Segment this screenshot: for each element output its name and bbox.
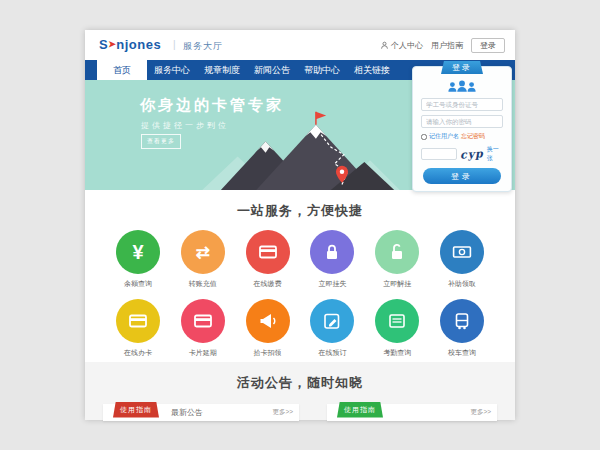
login-panel: 登录 记住用户名 忘记密码 xyxy=(412,66,512,192)
service-unfreeze[interactable]: 立即解挂 xyxy=(368,230,426,289)
service-transfer[interactable]: ⇄ 转账充值 xyxy=(174,230,232,289)
guide-tab-green[interactable]: 使用指南 xyxy=(337,402,383,418)
nav-item-links[interactable]: 相关链接 xyxy=(347,60,397,80)
list-icon[interactable] xyxy=(375,299,419,343)
site-tagline: 服务大厅 xyxy=(183,40,223,53)
site-card: S➤njones | 服务大厅 个人中心 用户指南 登录 首页 服务中心 规章制… xyxy=(85,30,515,420)
captcha-row: cyp 换一张 xyxy=(421,145,503,163)
announcements-title: 活动公告，随时知晓 xyxy=(85,374,515,392)
login-form: 记住用户名 忘记密码 cyp 换一张 登录 xyxy=(413,75,511,191)
service-apply-card[interactable]: 在线办卡 xyxy=(109,299,167,358)
card-icon[interactable] xyxy=(181,299,225,343)
edit-icon[interactable] xyxy=(310,299,354,343)
service-attendance[interactable]: 考勤查询 xyxy=(368,299,426,358)
announcements-section: 活动公告，随时知晓 使用指南 最新公告 更多>> 使用指南 更多>> xyxy=(85,362,515,420)
yen-icon[interactable]: ¥ xyxy=(116,230,160,274)
nav-item-rules[interactable]: 规章制度 xyxy=(197,60,247,80)
user-icon xyxy=(380,41,389,50)
captcha-image[interactable]: cyp xyxy=(460,147,485,162)
service-pay-online[interactable]: 在线缴费 xyxy=(239,230,297,289)
card-icon[interactable] xyxy=(116,299,160,343)
latest-news-tab[interactable]: 最新公告 xyxy=(171,407,203,418)
banknote-icon[interactable] xyxy=(440,230,484,274)
logo-text-rest: njones xyxy=(116,37,161,52)
lock-icon[interactable] xyxy=(310,230,354,274)
service-card-renewal[interactable]: 卡片延期 xyxy=(174,299,232,358)
card-icon[interactable] xyxy=(246,230,290,274)
megaphone-icon[interactable] xyxy=(246,299,290,343)
remember-label: 记住用户名 xyxy=(429,132,459,141)
bus-icon[interactable] xyxy=(440,299,484,343)
remember-checkbox[interactable] xyxy=(421,134,427,140)
transfer-arrows-icon[interactable]: ⇄ xyxy=(181,230,225,274)
announcement-panel-left: 使用指南 最新公告 更多>> xyxy=(103,404,299,421)
login-submit-button[interactable]: 登录 xyxy=(423,168,501,184)
unlock-icon[interactable] xyxy=(375,230,419,274)
service-online-booking[interactable]: 在线预订 xyxy=(303,299,361,358)
more-link-right[interactable]: 更多>> xyxy=(470,408,491,417)
nav-item-service-center[interactable]: 服务中心 xyxy=(147,60,197,80)
announcement-panel-right: 使用指南 更多>> xyxy=(327,404,497,421)
captcha-input[interactable] xyxy=(421,148,457,160)
services-section: 一站服务，方便快捷 ¥ 余额查询 ⇄ 转账充值 在线缴费 立即挂失 xyxy=(85,190,515,362)
header-actions: 个人中心 用户指南 登录 xyxy=(380,38,505,53)
page: S➤njones | 服务大厅 个人中心 用户指南 登录 首页 服务中心 规章制… xyxy=(0,0,600,450)
forgot-password-link[interactable]: 忘记密码 xyxy=(461,132,485,141)
service-lost-found[interactable]: 拾卡招领 xyxy=(239,299,297,358)
logo-text-s: S xyxy=(99,37,108,52)
username-input[interactable] xyxy=(421,98,503,111)
service-school-bus[interactable]: 校车查询 xyxy=(433,299,491,358)
services-row-2: 在线办卡 卡片延期 拾卡招领 在线预订 xyxy=(85,299,515,358)
services-title: 一站服务，方便快捷 xyxy=(85,202,515,220)
more-link-left[interactable]: 更多>> xyxy=(272,408,293,417)
header-divider: | xyxy=(173,39,176,50)
logo[interactable]: S➤njones xyxy=(99,37,161,52)
hero-banner: 你身边的卡管专家 提供捷径一步到位 查看更多 登录 xyxy=(85,80,515,190)
service-subsidy[interactable]: 补助领取 xyxy=(433,230,491,289)
login-options: 记住用户名 忘记密码 xyxy=(421,132,503,141)
nav-item-home[interactable]: 首页 xyxy=(97,60,147,80)
logo-arrow-icon: ➤ xyxy=(108,39,116,49)
flag-icon xyxy=(316,112,326,119)
user-guide-label: 用户指南 xyxy=(431,40,463,51)
password-input[interactable] xyxy=(421,115,503,128)
service-report-loss[interactable]: 立即挂失 xyxy=(303,230,361,289)
nav-item-news[interactable]: 新闻公告 xyxy=(247,60,297,80)
user-guide-link[interactable]: 用户指南 xyxy=(431,40,463,51)
login-tab[interactable]: 登录 xyxy=(441,61,483,74)
header-login-button[interactable]: 登录 xyxy=(471,38,505,53)
nav-item-help[interactable]: 帮助中心 xyxy=(297,60,347,80)
personal-center-label: 个人中心 xyxy=(391,40,423,51)
personal-center-link[interactable]: 个人中心 xyxy=(380,40,423,51)
mountains-illustration xyxy=(195,108,407,190)
users-icon xyxy=(421,79,503,95)
captcha-refresh-link[interactable]: 换一张 xyxy=(487,145,503,163)
guide-tab-red[interactable]: 使用指南 xyxy=(113,402,159,418)
announcement-bars: 使用指南 最新公告 更多>> 使用指南 更多>> xyxy=(85,404,515,421)
hero-cta-button[interactable]: 查看更多 xyxy=(141,134,181,149)
services-row-1: ¥ 余额查询 ⇄ 转账充值 在线缴费 立即挂失 xyxy=(85,230,515,289)
header: S➤njones | 服务大厅 个人中心 用户指南 登录 xyxy=(85,30,515,60)
service-balance[interactable]: ¥ 余额查询 xyxy=(109,230,167,289)
